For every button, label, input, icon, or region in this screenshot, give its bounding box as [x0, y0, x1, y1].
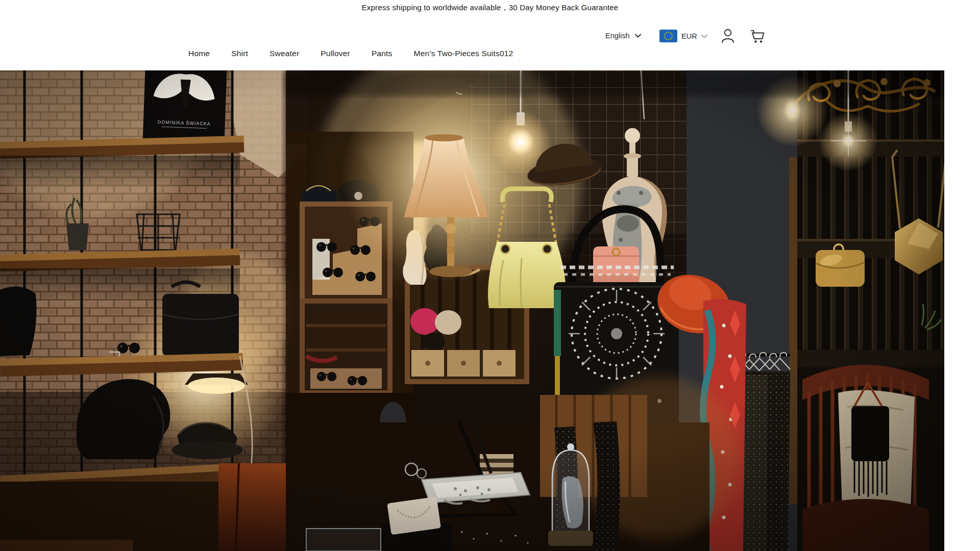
nav-item-pants[interactable]: Pants: [372, 49, 393, 58]
nav-item-pullover[interactable]: Pullover: [321, 49, 350, 58]
main-nav: Home Shirt Sweater Pullover Pants Men’s …: [188, 49, 513, 58]
account-icon: [721, 28, 735, 43]
nav-item-home[interactable]: Home: [188, 49, 210, 58]
nav-item-sweater[interactable]: Sweater: [270, 49, 299, 58]
header: English EUR: [0, 0, 980, 51]
top-shadow: [286, 70, 944, 96]
shop-scene: DOMINIKA ŚWIACKA: [0, 70, 944, 551]
chevron-down-icon: [635, 34, 641, 38]
cart-icon: [748, 29, 766, 44]
language-selector[interactable]: English: [605, 32, 641, 40]
chevron-down-icon: [701, 34, 707, 38]
eu-flag-icon: [659, 30, 677, 42]
language-label: English: [605, 32, 630, 40]
nav-item-mens-two-pieces[interactable]: Men’s Two-Pieces Suits012: [414, 49, 513, 58]
hero-image: DOMINIKA ŚWIACKA: [0, 70, 944, 551]
vignette-overlay: [0, 70, 944, 551]
currency-label: EUR: [681, 32, 697, 40]
nav-item-shirt[interactable]: Shirt: [231, 49, 248, 58]
currency-selector[interactable]: EUR: [659, 30, 707, 42]
cart-button[interactable]: [748, 29, 766, 46]
account-button[interactable]: [721, 28, 735, 45]
